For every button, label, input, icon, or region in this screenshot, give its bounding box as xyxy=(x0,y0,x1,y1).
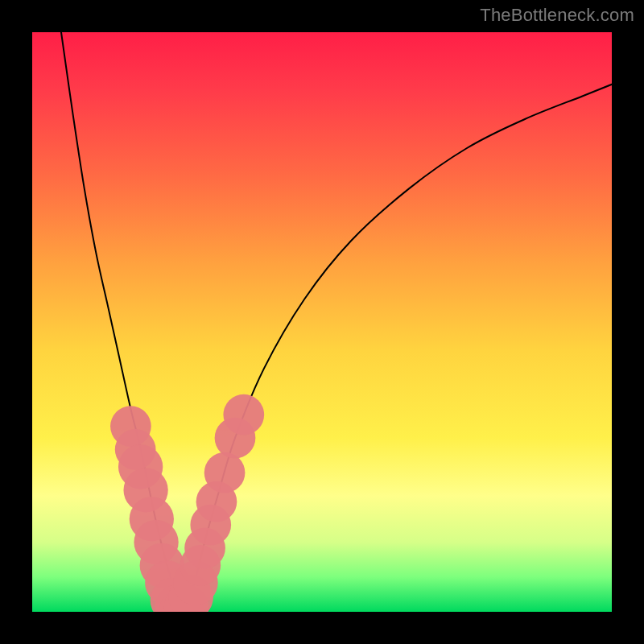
data-marker xyxy=(204,452,246,493)
bottleneck-curve-right-branch xyxy=(182,85,612,612)
curve-svg xyxy=(32,32,612,612)
plot-area xyxy=(32,32,612,612)
outer-frame: TheBottleneck.com xyxy=(0,0,644,644)
watermark-text: TheBottleneck.com xyxy=(480,5,634,26)
data-marker xyxy=(223,394,264,436)
marker-layer xyxy=(110,394,264,612)
